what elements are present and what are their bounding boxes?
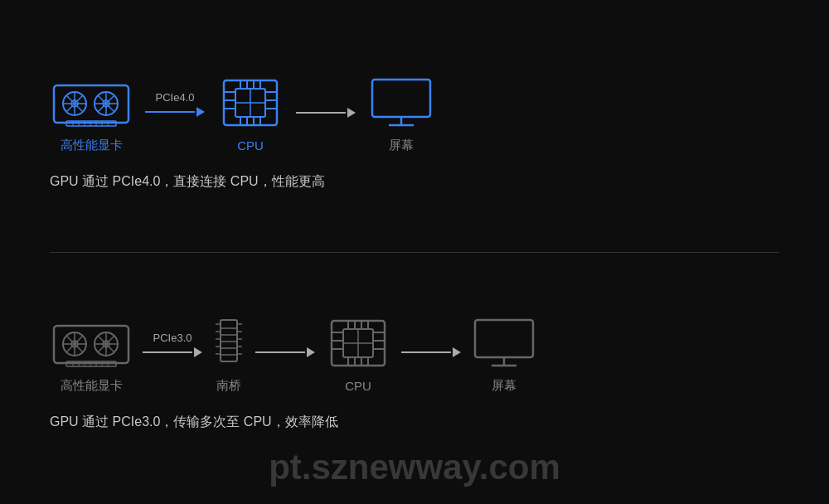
bottom-arrow-gray2	[255, 347, 315, 357]
svg-rect-39	[372, 80, 430, 117]
top-diagram-row: 高性能显卡 PCIe4.0	[50, 73, 779, 153]
monitor-icon-gray	[471, 313, 537, 371]
bottom-monitor-label: 屏幕	[492, 378, 516, 394]
top-description: GPU 通过 PCIe4.0，直接连接 CPU，性能更高	[50, 173, 779, 191]
top-arrow-blue	[145, 107, 205, 117]
southbridge-icon	[212, 313, 245, 371]
divider	[50, 252, 779, 253]
top-arrow-head-blue	[196, 107, 205, 117]
svg-rect-97	[475, 320, 533, 357]
top-cpu-component: CPU	[217, 74, 284, 153]
bottom-arrow-gray3	[401, 347, 461, 357]
bottom-arrow-pcie: PCIe3.0	[143, 332, 202, 357]
top-monitor-component: 屏幕	[368, 73, 434, 153]
top-gpu-label: 高性能显卡	[61, 138, 123, 153]
bottom-cpu-label: CPU	[345, 379, 371, 393]
top-arrow-line-gray	[296, 112, 346, 114]
bottom-arrow-head-gray1	[194, 347, 202, 357]
southbridge-component: 南桥	[212, 313, 245, 394]
southbridge-label: 南桥	[216, 378, 241, 394]
cpu-icon-gray	[325, 314, 391, 372]
bottom-monitor-component: 屏幕	[471, 313, 537, 394]
bottom-arrow-head-gray3	[453, 347, 461, 357]
top-pcie-label: PCIe4.0	[156, 91, 195, 104]
bottom-arrow-plain1	[255, 331, 315, 357]
bottom-gpu-component: 高性能显卡	[50, 313, 133, 394]
bottom-arrow-gray1	[143, 347, 202, 357]
top-monitor-label: 屏幕	[389, 138, 414, 153]
bottom-gpu-label: 高性能显卡	[61, 378, 123, 394]
top-arrow-head-gray	[347, 108, 356, 118]
top-arrow-plain	[296, 91, 356, 118]
bottom-arrow-plain2	[401, 331, 461, 357]
gpu-icon-gray	[50, 313, 133, 371]
bottom-cpu-component: CPU	[325, 314, 391, 393]
bottom-section: 高性能显卡 PCIe3.0	[50, 257, 779, 480]
monitor-icon-blue	[368, 73, 434, 131]
cpu-icon-blue	[217, 74, 284, 132]
bottom-arrow-head-gray2	[307, 347, 315, 357]
top-section: 高性能显卡 PCIe4.0	[50, 25, 779, 248]
top-gpu-component: 高性能显卡	[50, 73, 133, 153]
bottom-arrow-line-gray2	[255, 351, 305, 353]
bottom-arrow-line-gray1	[143, 351, 192, 353]
top-arrow-pcie: PCIe4.0	[145, 91, 205, 117]
top-cpu-label: CPU	[237, 138, 264, 153]
top-arrow-line-blue	[145, 111, 195, 113]
bottom-description: GPU 通过 PCIe3.0，传输多次至 CPU，效率降低	[50, 414, 779, 431]
main-container: 高性能显卡 PCIe4.0	[0, 0, 829, 504]
bottom-pcie-label: PCIe3.0	[153, 332, 192, 344]
bottom-diagram-row: 高性能显卡 PCIe3.0	[50, 313, 779, 394]
gpu-icon-blue	[50, 73, 133, 131]
top-arrow-gray	[296, 108, 356, 118]
bottom-arrow-line-gray3	[401, 351, 451, 353]
